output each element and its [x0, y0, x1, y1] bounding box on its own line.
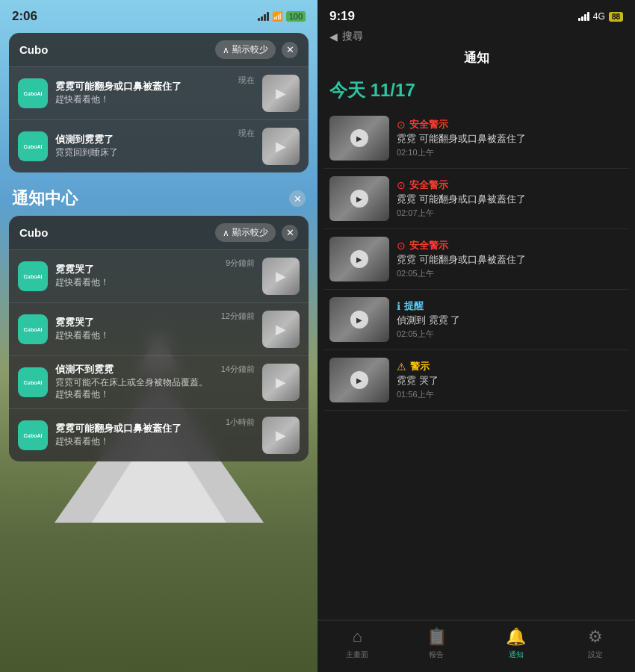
notif-thumb-1-1: ▶ [262, 128, 300, 165]
list-item[interactable]: ▶ ⊙ 安全警示 霓霓 可能翻身或口鼻被蓋住了 02:05上午 [323, 229, 629, 290]
video-thumb-1: ▶ [329, 176, 389, 221]
tab-notifications[interactable]: 🔔 通知 [477, 627, 556, 660]
notif-time-2-3: 1小時前 [226, 417, 255, 428]
tab-settings-label: 設定 [588, 650, 603, 660]
app-header-actions-1: ∧ 顯示較少 ✕ [215, 40, 298, 59]
notif-card-2-1[interactable]: CuboAI 霓霓哭了 趕快看看他！ 12分鐘前 ▶ [9, 302, 309, 355]
notif-title-2-1: 霓霓哭了 [55, 317, 214, 329]
notif-group-1: Cubo ∧ 顯示較少 ✕ CuboAI 霓霓可能翻身或口鼻被蓋住了 趕快看看他… [0, 27, 318, 172]
notif-card-1-0[interactable]: CuboAI 霓霓可能翻身或口鼻被蓋住了 趕快看看他！ 現在 ▶ [9, 66, 309, 119]
app-header-2: Cubo ∧ 顯示較少 ✕ [9, 216, 309, 249]
tab-report[interactable]: 📋 報告 [397, 627, 476, 660]
tab-bar: ⌂ 主畫面 📋 報告 🔔 通知 ⚙ 設定 [318, 620, 635, 672]
page-title: 通知 [318, 49, 635, 72]
close-btn-2[interactable]: ✕ [282, 225, 298, 241]
list-item[interactable]: ▶ ⚠ 警示 霓霓 哭了 01:56上午 [323, 350, 629, 411]
app-icon-2-2: CuboAI [18, 367, 48, 397]
notif-item-header-4: ⚠ 警示 [397, 360, 623, 373]
notif-body-2-3: 趕快看看他！ [55, 436, 218, 448]
notif-content-2-1: 霓霓哭了 趕快看看他！ [55, 317, 214, 341]
notif-center-title: 通知中心 [12, 187, 78, 210]
tab-settings[interactable]: ⚙ 設定 [556, 627, 635, 660]
notif-body-2-0: 趕快看看他！ [55, 277, 218, 289]
notif-card-2-0[interactable]: CuboAI 霓霓哭了 趕快看看他！ 9分鐘前 ▶ [9, 249, 309, 302]
notif-time-1-1: 現在 [238, 128, 255, 139]
notif-thumb-2-0: ▶ [262, 258, 300, 295]
play-button-1[interactable]: ▶ [350, 190, 368, 208]
home-icon: ⌂ [352, 627, 362, 647]
notif-body-1-0: 趕快看看他！ [55, 94, 231, 106]
notif-body-1-1: 霓霓回到睡床了 [55, 147, 231, 159]
notif-item-content-2: ⊙ 安全警示 霓霓 可能翻身或口鼻被蓋住了 02:05上午 [397, 239, 623, 279]
video-thumb-0: ▶ [329, 116, 389, 161]
notif-item-desc-0: 霓霓 可能翻身或口鼻被蓋住了 [397, 133, 623, 146]
app-name-1: Cubo [19, 43, 48, 56]
notif-card-1-1[interactable]: CuboAI 偵測到霓霓了 霓霓回到睡床了 現在 ▶ [9, 119, 309, 172]
right-panel: 9:19 4G 88 ◀ 搜尋 通知 今天 11/17 ▶ [318, 0, 635, 672]
app-icon-1-1: CuboAI [18, 131, 48, 161]
play-button-0[interactable]: ▶ [350, 129, 368, 147]
wifi-icon: 📶 [272, 11, 283, 22]
alert-tag-3: 提醒 [404, 299, 424, 313]
status-bar-left: 2:06 📶 100 [0, 0, 318, 27]
notif-item-header-2: ⊙ 安全警示 [397, 239, 623, 252]
notif-thumb-2-3: ▶ [262, 417, 300, 454]
alert-tag-2: 安全警示 [409, 239, 448, 252]
notif-title-1-0: 霓霓可能翻身或口鼻被蓋住了 [55, 81, 231, 93]
show-less-label-1: 顯示較少 [232, 43, 268, 56]
battery-left: 100 [286, 11, 306, 22]
notif-body-2-1: 趕快看看他！ [55, 330, 214, 342]
signal-icon [258, 12, 269, 21]
notification-list: ▶ ⊙ 安全警示 霓霓 可能翻身或口鼻被蓋住了 02:10上午 ▶ [318, 108, 635, 620]
play-button-2[interactable]: ▶ [350, 250, 368, 268]
list-item[interactable]: ▶ ⊙ 安全警示 霓霓 可能翻身或口鼻被蓋住了 02:10上午 [323, 108, 629, 169]
search-label[interactable]: 搜尋 [342, 30, 363, 43]
notif-item-time-4: 01:56上午 [397, 389, 623, 400]
notif-item-time-3: 02:05上午 [397, 329, 623, 340]
notif-card-2-2[interactable]: CuboAI 偵測不到霓霓 霓霓可能不在床上或全身被物品覆蓋。趕快看看他！ 14… [9, 355, 309, 408]
app-header-1: Cubo ∧ 顯示較少 ✕ [9, 33, 309, 66]
list-item[interactable]: ▶ ⊙ 安全警示 霓霓 可能翻身或口鼻被蓋住了 02:07上午 [323, 169, 629, 229]
notif-body-2-2: 霓霓可能不在床上或全身被物品覆蓋。趕快看看他！ [55, 377, 214, 400]
close-btn-1[interactable]: ✕ [282, 42, 298, 58]
app-icon-2-3: CuboAI [18, 420, 48, 450]
notif-item-desc-4: 霓霓 哭了 [397, 375, 623, 388]
notif-content-1-0: 霓霓可能翻身或口鼻被蓋住了 趕快看看他！ [55, 81, 231, 105]
alert-tag-0: 安全警示 [409, 118, 448, 131]
notif-item-desc-3: 偵測到 霓霓 了 [397, 314, 623, 327]
tab-report-label: 報告 [429, 650, 444, 660]
status-bar-right: 9:19 4G 88 [318, 0, 635, 27]
play-button-4[interactable]: ▶ [350, 371, 368, 389]
video-thumb-2: ▶ [329, 237, 389, 281]
time-left: 2:06 [12, 9, 37, 24]
network-type: 4G [593, 11, 605, 22]
tab-home[interactable]: ⌂ 主畫面 [318, 627, 397, 660]
show-less-btn-1[interactable]: ∧ 顯示較少 [215, 40, 276, 59]
notif-item-header-1: ⊙ 安全警示 [397, 178, 623, 192]
time-right: 9:19 [329, 9, 355, 24]
alert-icon-0: ⊙ [397, 119, 406, 131]
tab-notif-label: 通知 [509, 650, 524, 660]
video-thumb-3: ▶ [329, 297, 389, 342]
notification-icon: 🔔 [506, 627, 526, 647]
list-item[interactable]: ▶ ℹ 提醒 偵測到 霓霓 了 02:05上午 [323, 290, 629, 350]
notif-item-content-3: ℹ 提醒 偵測到 霓霓 了 02:05上午 [397, 299, 623, 340]
close-notif-center-btn[interactable]: ✕ [289, 190, 306, 207]
play-button-3[interactable]: ▶ [350, 311, 368, 329]
alert-icon-1: ⊙ [397, 179, 406, 191]
notif-content-2-3: 霓霓可能翻身或口鼻被蓋住了 趕快看看他！ [55, 423, 218, 447]
notif-card-2-3[interactable]: CuboAI 霓霓可能翻身或口鼻被蓋住了 趕快看看他！ 1小時前 ▶ [9, 408, 309, 461]
notif-item-time-0: 02:10上午 [397, 147, 623, 158]
notif-item-header-3: ℹ 提醒 [397, 299, 623, 313]
notif-group-2: Cubo ∧ 顯示較少 ✕ CuboAI 霓霓哭了 趕快看看他！ 9分鐘前 ▶ … [0, 216, 318, 461]
notif-thumb-2-2: ▶ [262, 364, 300, 401]
notif-item-content-4: ⚠ 警示 霓霓 哭了 01:56上午 [397, 360, 623, 400]
back-arrow-icon[interactable]: ◀ [329, 31, 338, 43]
app-icon-2-1: CuboAI [18, 314, 48, 344]
notif-item-time-2: 02:05上午 [397, 268, 623, 279]
notif-item-content-1: ⊙ 安全警示 霓霓 可能翻身或口鼻被蓋住了 02:07上午 [397, 178, 623, 219]
app-icon-2-0: CuboAI [18, 261, 48, 291]
notif-content-1-1: 偵測到霓霓了 霓霓回到睡床了 [55, 134, 231, 158]
show-less-btn-2[interactable]: ∧ 顯示較少 [215, 223, 276, 242]
notif-item-desc-1: 霓霓 可能翻身或口鼻被蓋住了 [397, 193, 623, 206]
